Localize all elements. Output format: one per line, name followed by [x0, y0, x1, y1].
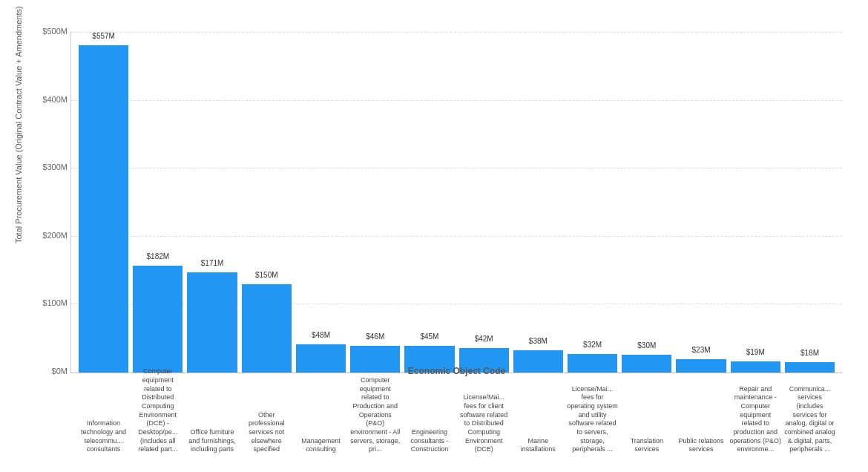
bar-4: $150M — [242, 284, 292, 373]
bar-14: $18M — [785, 362, 835, 373]
bar-10: $32M — [568, 354, 617, 373]
bar-label-9: Marine installations — [512, 437, 564, 454]
bars-row: $557MInformation technology and telecomm… — [71, 32, 842, 373]
bar-group-11[interactable]: $30MTranslation services — [622, 32, 671, 373]
gridline-label: $100M — [30, 298, 68, 307]
bar-label-2: Computer equipment related to Distribute… — [132, 367, 184, 454]
y-axis-label: Total Procurement Value (Original Contra… — [14, 229, 23, 243]
bar-group-6[interactable]: $46MComputer equipment related to Produc… — [350, 32, 400, 373]
bar-group-9[interactable]: $38MMarine installations — [513, 32, 563, 373]
bar-group-2[interactable]: $182MComputer equipment related to Distr… — [133, 32, 183, 373]
bar-label-3: Office furniture and furnishings, includ… — [186, 428, 238, 454]
bar-label-4: Other professional services not elsewher… — [240, 411, 292, 454]
gridline-label: $400M — [30, 95, 68, 104]
x-axis-title: Economic Object Code — [408, 366, 505, 376]
bar-label-7: Engineering consultants - Construction — [404, 428, 456, 454]
bar-2: $182M — [133, 266, 183, 373]
chart-container: Total Procurement Value (Original Contra… — [11, 10, 857, 462]
bar-group-14[interactable]: $18MCommunica... services (includes serv… — [785, 32, 835, 373]
bar-label-6: Computer equipment related to Production… — [349, 376, 401, 454]
bar-6: $46M — [350, 346, 400, 373]
bar-value-11: $30M — [637, 341, 656, 350]
bar-value-9: $38M — [529, 337, 548, 345]
bar-5: $48M — [296, 344, 346, 373]
bar-label-1: Information technology and telecommu... … — [78, 419, 130, 454]
bar-value-13: $19M — [746, 348, 765, 356]
bar-group-8[interactable]: $42MLicense/Mai... fees for client softw… — [459, 32, 509, 373]
bar-label-14: Communica... services (includes services… — [783, 385, 835, 455]
bar-value-5: $48M — [312, 331, 330, 339]
bar-value-10: $32M — [583, 341, 602, 349]
bar-label-11: Translation services — [621, 437, 673, 454]
bar-11: $30M — [622, 355, 671, 373]
gridline-label: $0M — [30, 367, 68, 376]
bar-label-10: License/Mai... fees for operating system… — [567, 385, 619, 455]
bar-group-12[interactable]: $23MPublic relations services — [676, 32, 726, 373]
gridline-label: $500M — [30, 27, 68, 36]
bar-value-4: $150M — [255, 271, 278, 279]
bar-value-3: $171M — [201, 259, 224, 267]
chart-area: $500M$400M$300M$200M$100M$0M $557MInform… — [70, 32, 842, 373]
bar-label-5: Management consulting — [295, 437, 346, 454]
bar-group-5[interactable]: $48MManagement consulting — [296, 32, 346, 373]
bar-group-3[interactable]: $171MOffice furniture and furnishings, i… — [187, 32, 237, 373]
bar-value-6: $46M — [366, 332, 384, 341]
bar-value-7: $45M — [420, 332, 438, 341]
bar-value-2: $182M — [147, 252, 170, 260]
bar-value-8: $42M — [475, 335, 493, 343]
bar-3: $171M — [187, 272, 237, 373]
bar-group-13[interactable]: $19MRepair and maintenance - Computer eq… — [731, 32, 780, 373]
bar-value-12: $23M — [692, 346, 711, 354]
bar-label-12: Public relations services — [675, 437, 727, 454]
bar-label-13: Repair and maintenance - Computer equipm… — [729, 385, 781, 455]
bar-13: $19M — [731, 361, 780, 373]
gridline-label: $200M — [30, 231, 68, 240]
gridline-label: $300M — [30, 163, 68, 171]
bar-9: $38M — [513, 350, 563, 373]
bar-12: $23M — [676, 359, 726, 373]
bar-value-1: $557M — [92, 32, 115, 40]
bar-label-8: License/Mai... fees for client software … — [458, 393, 510, 454]
bar-group-10[interactable]: $32MLicense/Mai... fees for operating sy… — [568, 32, 617, 373]
bar-group-7[interactable]: $45MEngineering consultants - Constructi… — [404, 32, 454, 373]
bar-1: $557M — [79, 45, 128, 373]
bar-group-1[interactable]: $557MInformation technology and telecomm… — [79, 32, 128, 373]
bar-group-4[interactable]: $150MOther professional services not els… — [242, 32, 292, 373]
bar-value-14: $18M — [800, 349, 819, 357]
